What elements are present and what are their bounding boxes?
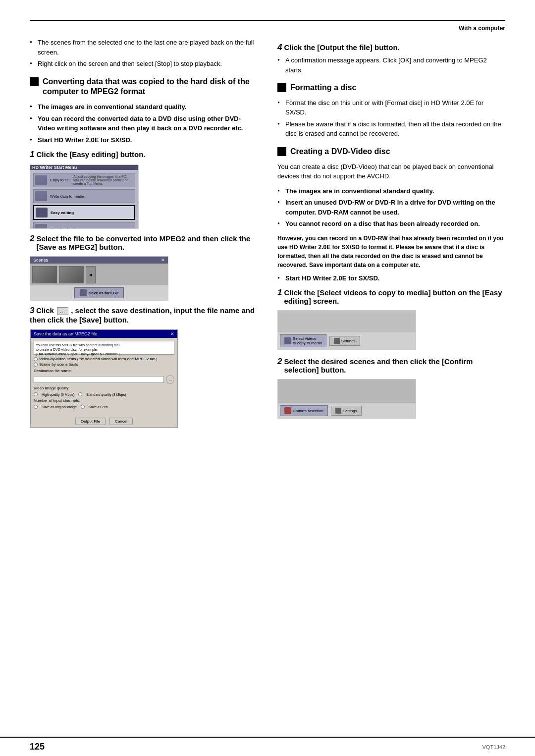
mock-sv-footer: Select videosto copy to media Settings <box>278 332 416 349</box>
section2-bullet-1: Format the disc on this unit or with [Fo… <box>277 98 505 117</box>
section1-title: Converting data that was copied to the h… <box>43 77 258 98</box>
screenshot-confirm-selection: Confirm selection Settings <box>277 379 416 419</box>
section2-bullet-2: Please be aware that if a disc is format… <box>277 119 505 139</box>
section3-title: Creating a DVD-Video disc <box>290 147 390 157</box>
intro-bullet-2: Right click on the screen and then selec… <box>30 59 258 69</box>
section3-bullet2: Start HD Writer 2.0E for SX/SD. <box>277 273 505 283</box>
settings-icon-r1 <box>334 338 340 344</box>
screenshot-save-mpeg2: Scenes ✕ ◄ Save as MPEG2 <box>30 256 168 301</box>
mock-dialog-ui: Save the data as an MPEG2 file ✕ You can… <box>30 329 178 428</box>
step4-bullet: A confirmation message appears. Click [O… <box>277 55 505 75</box>
mock-toolbar: HD Writer Start Menu <box>30 165 138 170</box>
step-r1-text: Click the [Select videos to copy to medi… <box>284 288 505 305</box>
step-r2-text: Select the desired scenes and then click… <box>284 357 505 374</box>
section1-icon <box>30 77 39 86</box>
bold-bullet-1: The images are in conventional standard … <box>30 102 258 112</box>
section3-notice: However, you can record on a DVD-RW that… <box>277 234 505 270</box>
dialog-quality-options: High quality (9 Mbps) Standard quality (… <box>34 392 174 396</box>
confirm-selection-icon <box>284 407 291 414</box>
page-number: 125 <box>30 742 45 752</box>
section2-bullet-list: Format the disc on this unit or with [Fo… <box>277 98 505 139</box>
step-r1-number: 1 <box>277 288 282 298</box>
step-r2-number: 2 <box>277 357 282 367</box>
right-column: 4 Click the [Output the file] button. A … <box>277 38 505 433</box>
mock-confirm-ui: Confirm selection Settings <box>278 379 416 418</box>
mock-scenes-ui: Scenes ✕ ◄ Save as MPEG2 <box>30 257 168 300</box>
section3-icon <box>277 147 286 156</box>
bold-bullet-list: The images are in conventional standard … <box>30 102 258 145</box>
section2-title: Formatting a disc <box>290 83 356 93</box>
section3-bullet2-list: Start HD Writer 2.0E for SX/SD. <box>277 273 505 283</box>
section3-bold-3: You cannot record on a disc that has bee… <box>277 219 505 229</box>
section2-icon <box>277 83 286 92</box>
dialog-title-text: Save the data as an MPEG2 file <box>34 331 97 336</box>
step1-heading: 1 Click the [Easy editing] button. <box>30 150 258 160</box>
step3-heading: 3 Click … , select the save destination,… <box>30 306 258 324</box>
section3-heading: Creating a DVD-Video disc <box>277 147 505 157</box>
section3-bold-2: Insert an unused DVD-RW or DVD-R in a dr… <box>277 198 505 217</box>
mock-scenes-header: Scenes ✕ <box>30 257 168 264</box>
dialog-close-btn: ✕ <box>170 331 174 336</box>
step-r2-heading: 2 Select the desired scenes and then cli… <box>277 357 505 374</box>
mock-confirm-footer: Confirm selection Settings <box>278 403 416 418</box>
dialog-filename-input <box>34 376 164 383</box>
select-videos-btn: Select videosto copy to media <box>280 334 326 347</box>
dialog-output-btn: Output File <box>75 418 106 425</box>
section2-heading: Formatting a disc <box>277 83 505 93</box>
step2-text: Select the file to be converted into MPE… <box>36 234 258 251</box>
settings-label-r1: Settings <box>341 339 356 343</box>
scenes-close: ✕ <box>161 258 165 263</box>
step1-text: Click the [Easy editing] button. <box>36 150 145 159</box>
section3-bold-list: The images are in conventional standard … <box>277 186 505 229</box>
save-as-mpeg2-btn: Save as MPEG2 <box>74 287 124 298</box>
page-footer: 125 VQT1J42 <box>0 737 535 756</box>
dialog-channel-options: Save as original image Save as 2ch <box>34 405 174 409</box>
mock-select-ui: Select videosto copy to media Settings <box>278 311 416 349</box>
step-r1-heading: 1 Click the [Select videos to copy to me… <box>277 288 505 305</box>
scene-thumb-2 <box>59 266 84 283</box>
step4-bullet-list: A confirmation message appears. Click [O… <box>277 55 505 75</box>
step3-click: Click <box>36 306 54 315</box>
step1-number: 1 <box>30 150 34 160</box>
settings-label-r2: Settings <box>343 409 357 413</box>
step4-number: 4 <box>277 43 282 53</box>
settings-btn-r1: Settings <box>329 336 360 346</box>
screenshot-save-dialog: Save the data as an MPEG2 file ✕ You can… <box>30 329 178 428</box>
bold-bullet-3: Start HD Writer 2.0E for SX/SD. <box>30 135 258 145</box>
bold-bullet-2: You can record the converted data to a D… <box>30 114 258 133</box>
dialog-channel-label: Number of input channels: <box>34 398 174 403</box>
select-videos-icon <box>284 337 291 344</box>
step2-number: 2 <box>30 234 34 244</box>
screenshot-select-videos: Select videosto copy to media Settings <box>277 310 416 350</box>
intro-bullet-1: The scenes from the selected one to the … <box>30 38 258 57</box>
dialog-info-text: You can use this MPEG file with another … <box>34 341 174 355</box>
confirm-selection-btn: Confirm selection <box>280 405 328 416</box>
settings-btn-r2: Settings <box>331 406 362 416</box>
section3-bold-1: The images are in conventional standard … <box>277 186 505 196</box>
page-header: With a computer <box>30 25 505 32</box>
main-content: The scenes from the selected one to the … <box>30 38 505 433</box>
intro-bullet-list: The scenes from the selected one to the … <box>30 38 258 69</box>
dialog-browse-btn: ... <box>166 375 174 384</box>
step3-ellipsis-btn: … <box>57 307 68 315</box>
section1-heading: Converting data that was copied to the h… <box>30 77 258 98</box>
mock-scenes-footer: Save as MPEG2 <box>30 285 168 300</box>
mock-dialog-body: You can use this MPEG file with another … <box>31 338 177 416</box>
mock-hdwriter-ui: HD Writer Start Menu Copy to PC Adjust c… <box>30 165 138 228</box>
settings-icon-r2 <box>335 408 341 414</box>
left-column: The scenes from the selected one to the … <box>30 38 258 433</box>
mock-title: HD Writer Start Menu <box>32 165 77 170</box>
mock-dialog-title: Save the data as an MPEG2 file ✕ <box>31 330 177 338</box>
dialog-quality-label: Video Image quality: <box>34 386 174 390</box>
model-number: VQT1J42 <box>482 744 505 750</box>
dialog-cancel-btn: Cancel <box>109 418 133 425</box>
mock-dialog-footer: Output File Cancel <box>31 416 177 427</box>
mpeg2-btn-label: Save as MPEG2 <box>89 291 118 295</box>
dialog-option-row: Video-by-video items (the selected video… <box>34 357 174 367</box>
page: With a computer The scenes from the sele… <box>0 0 535 756</box>
select-videos-label: Select videosto copy to media <box>293 336 322 345</box>
section3-intro: You can create a disc (DVD-Video) that c… <box>277 162 505 181</box>
dialog-dest-label: Destination file name: <box>34 369 174 373</box>
confirm-selection-label: Confirm selection <box>293 409 323 413</box>
top-border <box>30 20 505 21</box>
